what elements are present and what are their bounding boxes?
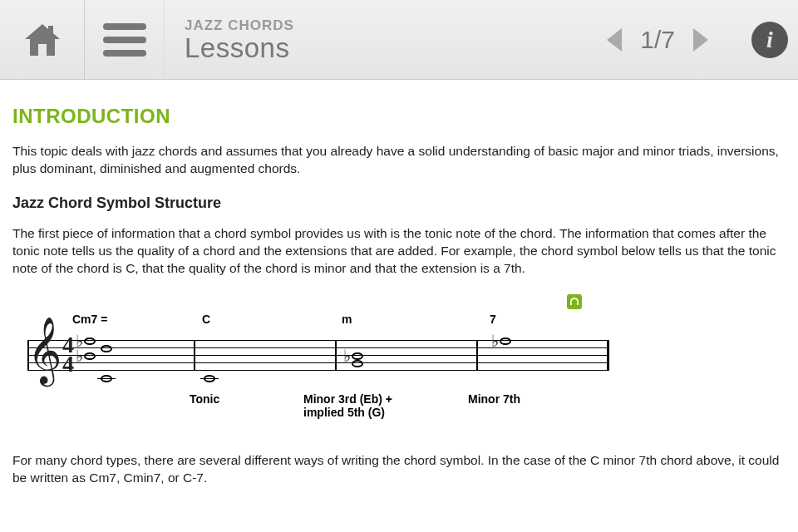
- intro-paragraph: This topic deals with jazz chords and as…: [12, 143, 783, 178]
- desc-minor7th: Minor 7th: [468, 392, 520, 406]
- content-area: INTRODUCTION This topic deals with jazz …: [0, 80, 798, 486]
- page-indicator: 1/7: [637, 26, 678, 54]
- chevron-left-icon: [603, 27, 623, 53]
- music-notation: Cm7 = C m 7 𝄞 4 4: [12, 294, 783, 427]
- chord-label-7: 7: [490, 313, 496, 326]
- title-area: JAZZ CHORDS Lessons: [165, 17, 597, 62]
- page-title: Lessons: [185, 34, 597, 62]
- breadcrumb: JAZZ CHORDS: [185, 17, 597, 34]
- hamburger-icon: [103, 20, 146, 60]
- svg-rect-0: [48, 26, 53, 34]
- prev-page-button[interactable]: [597, 23, 630, 57]
- chord-label-m: m: [342, 313, 352, 326]
- home-icon: [23, 22, 62, 57]
- time-signature: 4 4: [62, 335, 74, 375]
- play-audio-button[interactable]: [567, 294, 582, 309]
- info-icon: i: [766, 27, 773, 53]
- headphones-icon: [569, 297, 579, 307]
- treble-clef: 𝄞: [27, 322, 62, 380]
- chevron-right-icon: [692, 27, 712, 53]
- desc-minor3rd: Minor 3rd (Eb) + implied 5th (G): [303, 392, 428, 419]
- nav-controls: 1/7 i: [597, 22, 798, 58]
- info-button[interactable]: i: [751, 22, 788, 58]
- section-heading: INTRODUCTION: [12, 105, 783, 128]
- paragraph-3: For many chord types, there are several …: [12, 452, 783, 487]
- time-sig-bot: 4: [62, 354, 74, 374]
- chord-label-c: C: [202, 313, 210, 326]
- paragraph-2: The first piece of information that a ch…: [12, 225, 783, 278]
- home-button[interactable]: [0, 0, 85, 80]
- sub-heading: Jazz Chord Symbol Structure: [12, 195, 783, 212]
- header-bar: JAZZ CHORDS Lessons 1/7 i: [0, 0, 798, 80]
- menu-button[interactable]: [85, 0, 165, 80]
- chord-label-cm7: Cm7 =: [72, 313, 107, 326]
- next-page-button[interactable]: [685, 23, 718, 57]
- desc-tonic: Tonic: [190, 392, 219, 406]
